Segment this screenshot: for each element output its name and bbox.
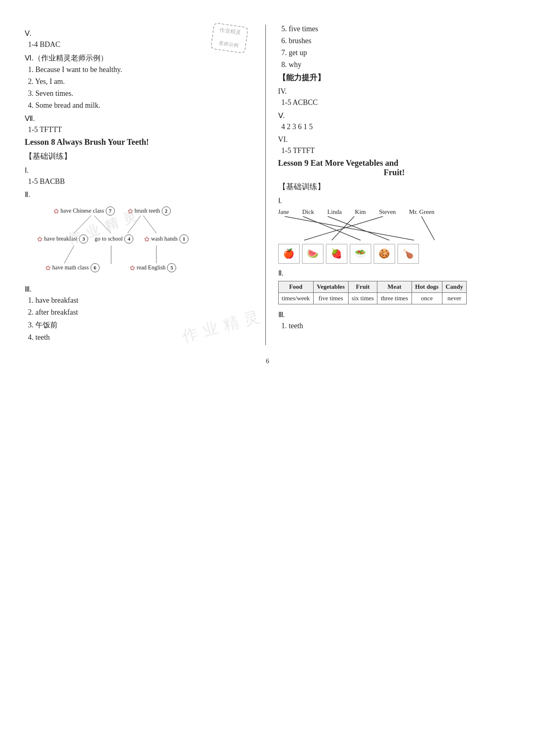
section-ii-left: Ⅱ. bbox=[25, 190, 257, 199]
table-header-candy: Candy bbox=[442, 281, 467, 293]
iii-item-1: 1. have breakfast bbox=[28, 296, 257, 305]
table-cell-hotdogs: once bbox=[412, 293, 442, 304]
match-lines-svg bbox=[278, 216, 435, 241]
section-i-right: Ⅰ. bbox=[278, 196, 511, 205]
match-name-linda: Linda bbox=[327, 209, 342, 216]
vi-item-3: 3. Seven times. bbox=[28, 89, 257, 98]
right-column: 5. five times 6. brushes 7. get up 8. wh… bbox=[266, 25, 511, 345]
fruit-cookie: 🍪 bbox=[374, 244, 395, 264]
svg-line-11 bbox=[304, 216, 383, 240]
svg-line-3 bbox=[128, 214, 142, 233]
svg-line-9 bbox=[328, 216, 389, 240]
svg-line-12 bbox=[421, 216, 435, 240]
section-vi-right: VI. bbox=[278, 135, 511, 144]
jichuxunlian-left: 【基础训练】 bbox=[25, 151, 257, 162]
page-number: 6 bbox=[25, 357, 510, 365]
lesson8-title: Lesson 8 Always Brush Your Teeth! bbox=[25, 137, 257, 147]
table-cell-label: times/week bbox=[278, 293, 313, 304]
svg-line-4 bbox=[64, 246, 74, 264]
fruit-salad: 🥗 bbox=[350, 244, 371, 264]
table-header-hotdogs: Hot dogs bbox=[412, 281, 442, 293]
match-name-kim: Kim bbox=[355, 209, 366, 216]
svg-line-1 bbox=[74, 214, 93, 233]
vi-item-4: 4. Some bread and milk. bbox=[28, 101, 257, 110]
iv-answer-right: 1-5 ACBCC bbox=[281, 98, 511, 107]
svg-line-7 bbox=[284, 216, 414, 240]
fruit-icons-row: 🍎 🍉 🍓 🥗 🍪 🍗 bbox=[278, 244, 511, 264]
table-header-meat: Meat bbox=[377, 281, 412, 293]
svg-line-8 bbox=[303, 216, 361, 240]
section-iii-left: Ⅲ. bbox=[25, 285, 257, 294]
iii-item-3: 3. 午饭前 bbox=[28, 321, 58, 329]
section-vii-label: Ⅶ. bbox=[25, 114, 257, 123]
svg-line-2 bbox=[142, 214, 156, 233]
right-item-6: 6. brushes bbox=[281, 37, 511, 45]
table-header-food: Food bbox=[278, 281, 313, 293]
match-name-mrgreen: Mr. Green bbox=[409, 209, 435, 216]
matching-exercise: Jane Dick Linda Kim Steven Mr. Green 🍎 bbox=[278, 209, 511, 264]
section-i-left: Ⅰ. bbox=[25, 166, 257, 175]
section-iii-right: Ⅲ. bbox=[278, 310, 511, 319]
fruit-chicken: 🍗 bbox=[398, 244, 419, 264]
vi-answer-right: 1-5 TFTFT bbox=[281, 146, 511, 155]
node-wash-hands: ✿ wash hands 1 bbox=[144, 234, 188, 243]
jichuxunlian-right: 【基础训练】 bbox=[278, 181, 511, 192]
node-chinese-class: ✿ have Chinese class 7 bbox=[54, 206, 115, 216]
fruit-watermelon: 🍉 bbox=[302, 244, 323, 264]
table-header-veg: Vegetables bbox=[313, 281, 348, 293]
iii-right-item-1: 1. teeth bbox=[281, 322, 511, 330]
node-brush-teeth: ✿ brush teeth 2 bbox=[128, 206, 171, 216]
table-row: times/week five times six times three ti… bbox=[278, 293, 467, 304]
table-cell-fruit: six times bbox=[348, 293, 377, 304]
table-header-fruit: Fruit bbox=[348, 281, 377, 293]
vii-answer: 1-5 TFTTT bbox=[28, 125, 257, 134]
stamp-inner: 作业精灵 老师示例 bbox=[210, 22, 248, 53]
node-have-breakfast: ✿ have breakfast 3 bbox=[37, 234, 88, 243]
section-iv-right: IV. bbox=[278, 87, 511, 96]
names-row: Jane Dick Linda Kim Steven Mr. Green bbox=[278, 209, 435, 216]
table-cell-meat: three times bbox=[377, 293, 412, 304]
nenglitiSheng: 【能力提升】 bbox=[278, 72, 511, 83]
i-answer-left: 1-5 BACBB bbox=[28, 177, 257, 186]
node-read-english: ✿ read English 5 bbox=[130, 263, 176, 272]
v-answer-right: 4 2 3 6 1 5 bbox=[281, 123, 511, 131]
food-table: Food Vegetables Fruit Meat Hot dogs Cand… bbox=[278, 281, 467, 304]
section-ii-right: Ⅱ. bbox=[278, 269, 511, 278]
match-name-dick: Dick bbox=[302, 209, 314, 216]
node-math-class: ✿ have math class 6 bbox=[45, 263, 100, 272]
right-item-5: 5. five times bbox=[281, 25, 511, 33]
stamp-decoration: 作业精灵 老师示例 bbox=[212, 25, 249, 53]
match-name-steven: Steven bbox=[379, 209, 396, 216]
match-name-jane: Jane bbox=[278, 209, 289, 216]
section-vi-label: Ⅵ.（作业精灵老师示例） bbox=[25, 53, 257, 63]
fruit-apple: 🍎 bbox=[278, 244, 300, 264]
table-cell-veg: five times bbox=[313, 293, 348, 304]
left-column: 作业精灵 老师示例 Ⅴ. 1-4 BDAC Ⅵ.（作业精灵老师示例） 1. Be… bbox=[25, 25, 266, 345]
iii-item-3-container: 3. 午饭前 作 业 精 灵 bbox=[28, 320, 257, 330]
right-item-7: 7. get up bbox=[281, 49, 511, 57]
vi-item-2: 2. Yes, I am. bbox=[28, 77, 257, 86]
diagram-area: ✿ have Chinese class 7 ✿ brush teeth 2 ✿… bbox=[29, 202, 185, 281]
node-go-school: go to school 4 bbox=[95, 234, 133, 243]
right-item-8: 8. why bbox=[281, 60, 511, 69]
lesson9-title: Lesson 9 Eat More Vegetables and Fruit! bbox=[278, 158, 511, 177]
vi-item-1: 1. Because I want to be healthy. bbox=[28, 65, 257, 74]
section-v-right: Ⅴ. bbox=[278, 111, 511, 120]
table-cell-candy: never bbox=[442, 293, 467, 304]
svg-line-0 bbox=[93, 214, 111, 233]
fruit-strawberry: 🍓 bbox=[326, 244, 347, 264]
